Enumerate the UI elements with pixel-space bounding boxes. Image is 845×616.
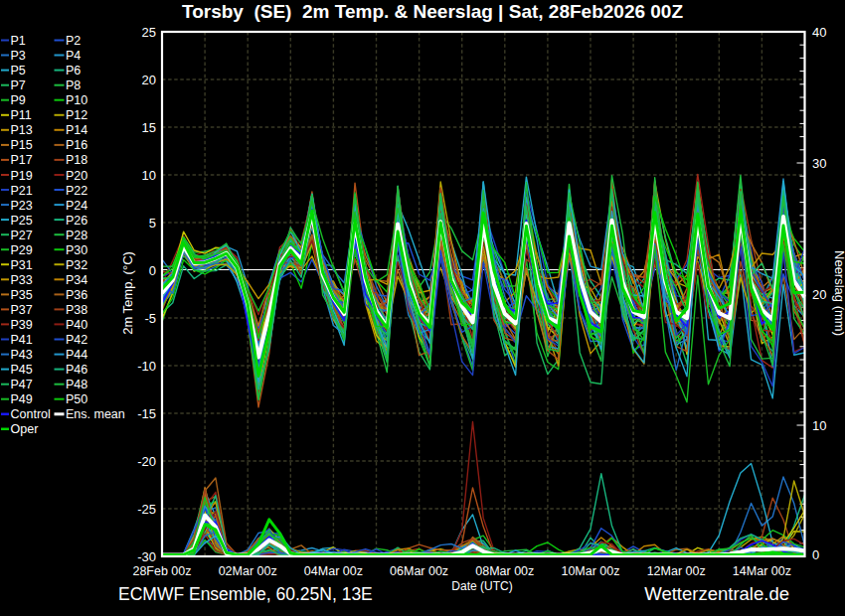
svg-text:2m Temp. (°C): 2m Temp. (°C) [120,251,135,335]
svg-text:ECMWF Ensemble, 60.25N, 13E: ECMWF Ensemble, 60.25N, 13E [118,584,373,604]
svg-text:P4: P4 [66,49,81,63]
svg-text:10Mar 00z: 10Mar 00z [561,564,619,578]
svg-text:0: 0 [812,547,819,562]
svg-text:30: 30 [812,156,826,171]
svg-text:25: 25 [142,25,156,40]
svg-text:10: 10 [812,418,826,433]
svg-text:P30: P30 [66,243,87,257]
svg-text:20: 20 [142,73,156,87]
svg-text:5: 5 [149,216,156,231]
svg-text:-30: -30 [137,549,156,564]
svg-text:04Mar 00z: 04Mar 00z [304,564,363,578]
svg-text:P40: P40 [66,318,87,332]
svg-text:P21: P21 [11,184,33,198]
svg-text:-10: -10 [137,359,156,374]
svg-text:P18: P18 [66,153,87,167]
svg-text:P6: P6 [66,64,81,77]
svg-text:P50: P50 [66,392,87,406]
svg-text:Neerslag (mm): Neerslag (mm) [832,250,845,336]
svg-text:-25: -25 [137,502,156,517]
svg-text:Oper: Oper [11,422,39,436]
svg-text:P23: P23 [11,199,33,213]
svg-text:P16: P16 [66,138,87,152]
svg-text:10: 10 [142,168,156,183]
svg-text:28Feb 00z: 28Feb 00z [132,564,191,578]
svg-text:Control: Control [11,407,51,421]
svg-text:P12: P12 [66,108,87,122]
svg-text:P38: P38 [66,303,87,317]
svg-text:P37: P37 [11,303,33,317]
svg-text:P1: P1 [11,34,26,48]
svg-text:P45: P45 [11,363,33,377]
svg-text:08Mar 00z: 08Mar 00z [475,564,534,578]
svg-text:P46: P46 [66,363,87,377]
svg-text:P27: P27 [11,229,33,242]
svg-text:Ens. mean: Ens. mean [66,407,125,421]
svg-text:P19: P19 [11,169,33,183]
svg-text:P41: P41 [11,333,33,347]
svg-text:P3: P3 [11,49,26,63]
svg-text:P48: P48 [66,378,87,391]
svg-text:-15: -15 [137,406,156,421]
svg-text:P11: P11 [11,108,32,122]
svg-text:P25: P25 [11,214,33,228]
svg-text:P31: P31 [11,258,33,272]
svg-text:P10: P10 [66,93,87,107]
svg-text:P44: P44 [66,348,87,362]
svg-text:P34: P34 [66,273,87,287]
svg-text:P7: P7 [11,78,26,92]
svg-text:40: 40 [812,25,826,40]
svg-text:P5: P5 [11,64,26,77]
svg-text:P33: P33 [11,273,33,287]
svg-text:P17: P17 [11,153,33,167]
svg-text:12Mar 00z: 12Mar 00z [647,564,706,578]
svg-text:15: 15 [142,120,156,135]
svg-text:P26: P26 [66,214,87,228]
svg-text:P42: P42 [66,333,87,347]
svg-text:P13: P13 [11,123,33,137]
svg-text:P29: P29 [11,243,33,257]
svg-text:P24: P24 [66,199,87,213]
svg-text:P39: P39 [11,318,33,332]
svg-text:P35: P35 [11,288,33,302]
svg-text:P28: P28 [66,229,87,242]
svg-text:Torsby (SE) 2m Temp. & Neers: Torsby (SE) 2m Temp. & Neerslag | Sat, 2… [182,1,683,22]
svg-text:P9: P9 [11,93,26,107]
svg-text:P2: P2 [66,34,81,48]
svg-text:P8: P8 [66,78,81,92]
svg-text:06Mar 00z: 06Mar 00z [390,564,448,578]
svg-text:P32: P32 [66,258,87,272]
svg-text:Date (UTC): Date (UTC) [451,579,512,593]
svg-text:14Mar 00z: 14Mar 00z [733,564,791,578]
svg-text:-5: -5 [144,311,156,326]
svg-text:P20: P20 [66,169,87,183]
svg-text:P49: P49 [11,392,33,406]
svg-text:02Mar 00z: 02Mar 00z [219,564,277,578]
svg-text:P43: P43 [11,348,33,362]
svg-text:P36: P36 [66,288,87,302]
svg-text:0: 0 [149,263,156,278]
svg-text:P14: P14 [66,123,87,137]
svg-text:20: 20 [812,287,826,302]
svg-text:-20: -20 [137,454,156,469]
svg-text:P47: P47 [11,378,33,391]
svg-text:P15: P15 [11,138,33,152]
svg-text:P22: P22 [66,184,87,198]
svg-text:Wetterzentrale.de: Wetterzentrale.de [644,583,789,604]
